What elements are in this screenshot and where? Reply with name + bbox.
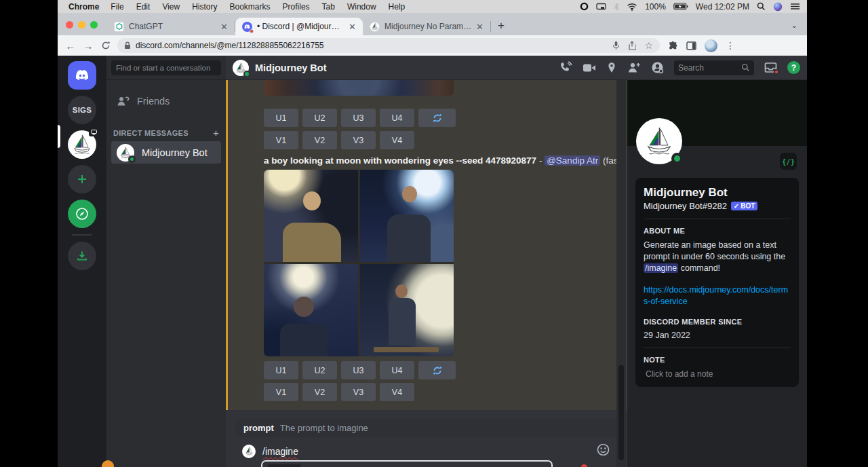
note-placeholder[interactable]: Click to add a note bbox=[644, 369, 791, 379]
u1-button[interactable]: U1 bbox=[264, 109, 298, 127]
v1-button[interactable]: V1 bbox=[264, 383, 298, 401]
midjourney-favicon bbox=[370, 22, 380, 32]
v4-button[interactable]: V4 bbox=[380, 131, 414, 149]
emoji-picker-icon[interactable] bbox=[597, 443, 610, 459]
browser-menu-icon[interactable]: ⋮ bbox=[726, 40, 735, 51]
conversation-search-button[interactable]: Find or start a conversation bbox=[111, 60, 221, 75]
scrollbar-thumb[interactable] bbox=[618, 365, 624, 460]
download-apps-button[interactable] bbox=[68, 242, 96, 270]
close-tab-icon[interactable]: ✕ bbox=[349, 22, 356, 32]
menu-help[interactable]: Help bbox=[389, 2, 406, 12]
rerun-button[interactable] bbox=[418, 361, 456, 379]
menu-view[interactable]: View bbox=[162, 2, 180, 12]
command-option-popup[interactable]: prompt The prompt to imagine bbox=[235, 419, 618, 437]
minimize-window-button[interactable] bbox=[78, 21, 85, 29]
menu-tab[interactable]: Tab bbox=[322, 2, 335, 12]
u2-button[interactable]: U2 bbox=[302, 361, 337, 379]
message-scroll-area[interactable]: U1 U2 U3 U4 V1 V2 V3 bbox=[226, 80, 627, 410]
v1-button[interactable]: V1 bbox=[264, 131, 298, 149]
server-icon-sigs[interactable]: SIGS bbox=[68, 96, 96, 124]
share-icon[interactable] bbox=[628, 41, 636, 50]
v3-button[interactable]: V3 bbox=[341, 131, 376, 149]
new-tab-button[interactable]: + bbox=[491, 19, 513, 35]
video-call-icon[interactable] bbox=[583, 62, 596, 73]
member-profile-icon[interactable] bbox=[651, 61, 664, 74]
tab-midjourney-docs[interactable]: Midjourney No Parameter ✕ bbox=[363, 18, 490, 35]
close-window-button[interactable] bbox=[66, 21, 73, 29]
wifi-icon[interactable] bbox=[627, 3, 637, 11]
menu-history[interactable]: History bbox=[192, 2, 217, 12]
v2-button[interactable]: V2 bbox=[302, 131, 337, 149]
menu-bookmarks[interactable]: Bookmarks bbox=[230, 2, 271, 12]
imagine-chip[interactable]: /imagine bbox=[644, 263, 678, 273]
help-button[interactable]: ? bbox=[787, 61, 800, 74]
reload-button[interactable] bbox=[100, 39, 112, 52]
address-bar[interactable]: discord.com/channels/@me/112828885506221… bbox=[117, 38, 660, 53]
previous-image-grid-partial[interactable] bbox=[264, 80, 454, 96]
forward-button[interactable]: → bbox=[82, 39, 94, 52]
search-icon bbox=[741, 63, 750, 72]
v2-button[interactable]: V2 bbox=[302, 383, 337, 401]
terms-of-service-link[interactable]: https://docs.midjourney.com/docs/terms-o… bbox=[644, 284, 791, 307]
tab-chatgpt[interactable]: ChatGPT ✕ bbox=[107, 18, 235, 35]
chat-search-input[interactable]: Search bbox=[674, 60, 754, 75]
streaming-screen-badge bbox=[89, 128, 98, 136]
image-variant-2[interactable] bbox=[360, 170, 454, 262]
close-tab-icon[interactable]: ✕ bbox=[476, 22, 484, 32]
tab-search-chevron-icon[interactable]: ⌄ bbox=[791, 21, 807, 35]
prompt-input[interactable]: prompt a boy looking at moon with wonder… bbox=[261, 460, 553, 467]
inbox-button[interactable] bbox=[764, 62, 777, 73]
discord-home-button[interactable] bbox=[68, 61, 96, 90]
dm-item-midjourney-bot[interactable]: Midjourney Bot bbox=[111, 141, 221, 164]
spotlight-search-icon[interactable] bbox=[757, 2, 766, 11]
zoom-window-button[interactable] bbox=[90, 21, 98, 29]
image-variant-4[interactable] bbox=[360, 264, 454, 356]
bot-profile-panel: {/} Midjourney Bot Midjourney Bot#9282 ✓… bbox=[627, 80, 807, 467]
chat-scrollbar[interactable] bbox=[616, 80, 626, 467]
image-variant-3[interactable] bbox=[264, 264, 358, 356]
dm-avatar-midjourney[interactable] bbox=[68, 130, 96, 159]
browser-profile-avatar[interactable] bbox=[705, 39, 717, 52]
u4-button[interactable]: U4 bbox=[380, 109, 414, 127]
u4-button[interactable]: U4 bbox=[380, 361, 414, 379]
close-tab-icon[interactable]: ✕ bbox=[220, 22, 228, 32]
bluetooth-icon[interactable] bbox=[614, 3, 619, 11]
control-center-icon[interactable] bbox=[790, 3, 800, 10]
user-mention[interactable]: @Sandip Atr bbox=[545, 155, 600, 166]
bookmark-star-icon[interactable]: ☆ bbox=[644, 40, 653, 51]
add-server-button[interactable] bbox=[68, 165, 96, 193]
tab-discord-active[interactable]: • Discord | @Midjourney Bot ✕ bbox=[235, 18, 363, 35]
imagine-command[interactable]: /imagine bbox=[262, 446, 298, 457]
explore-servers-button[interactable] bbox=[68, 200, 96, 228]
extensions-puzzle-icon[interactable] bbox=[668, 41, 678, 51]
u1-button[interactable]: U1 bbox=[264, 361, 298, 379]
menu-app-name[interactable]: Chrome bbox=[68, 2, 99, 12]
menu-profiles[interactable]: Profiles bbox=[283, 2, 310, 12]
image-variant-1[interactable] bbox=[264, 170, 358, 262]
reading-list-sidebar-icon[interactable] bbox=[686, 41, 696, 50]
menu-file[interactable]: File bbox=[111, 2, 123, 12]
generated-image-grid[interactable] bbox=[264, 170, 454, 356]
siri-icon[interactable] bbox=[773, 2, 783, 12]
voice-call-icon[interactable] bbox=[559, 61, 572, 74]
menu-window[interactable]: Window bbox=[347, 2, 376, 12]
menu-edit[interactable]: Edit bbox=[136, 2, 151, 12]
pin-icon[interactable] bbox=[606, 62, 617, 74]
v3-button[interactable]: V3 bbox=[341, 383, 376, 401]
v4-button[interactable]: V4 bbox=[380, 383, 414, 401]
dm-header-label[interactable]: DIRECT MESSAGES bbox=[113, 129, 189, 137]
sidebar-item-friends[interactable]: Friends bbox=[111, 90, 221, 112]
profile-avatar[interactable] bbox=[636, 118, 682, 164]
display-mirroring-icon[interactable] bbox=[596, 3, 606, 11]
verified-check-icon: ✓ bbox=[734, 202, 739, 210]
menubar-clock[interactable]: Wed 12:02 PM bbox=[696, 2, 749, 12]
rerun-button[interactable] bbox=[418, 109, 456, 127]
u3-button[interactable]: U3 bbox=[341, 361, 376, 379]
back-button[interactable]: ← bbox=[64, 39, 77, 52]
create-dm-icon[interactable]: + bbox=[213, 127, 220, 138]
microphone-icon[interactable] bbox=[612, 41, 620, 50]
u2-button[interactable]: U2 bbox=[302, 109, 337, 127]
add-friend-icon[interactable] bbox=[627, 62, 641, 73]
u3-button[interactable]: U3 bbox=[341, 109, 376, 127]
screen-record-icon[interactable] bbox=[580, 2, 589, 11]
